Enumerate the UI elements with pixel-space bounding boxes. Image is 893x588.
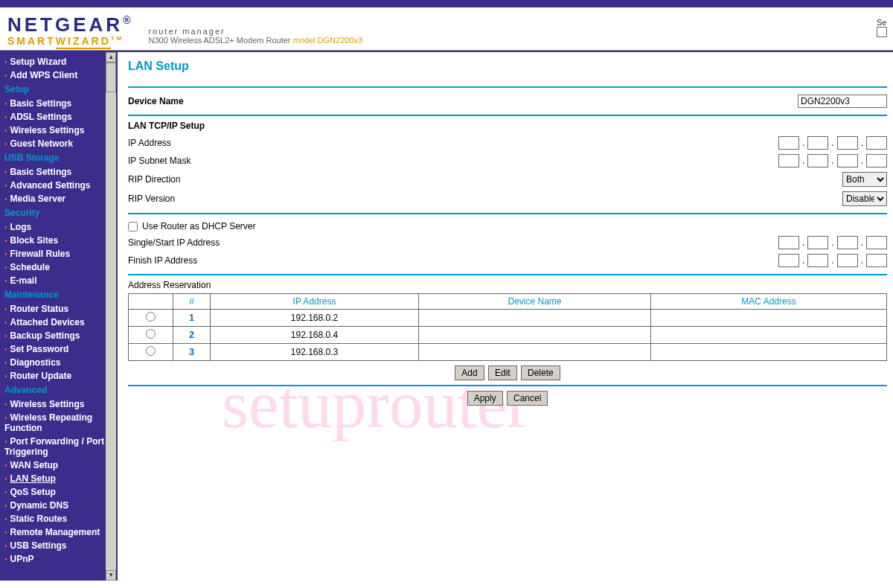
nav-item[interactable]: •Router Status [3,302,106,316]
row-device-name [419,310,651,327]
start-ip-octet-2[interactable] [807,236,828,249]
divider [128,115,887,116]
nav-item[interactable]: •Basic Settings [3,97,106,110]
nav-item[interactable]: •QoS Setup [3,485,106,499]
start-ip-octet-1[interactable] [778,236,799,249]
rip-direction-select[interactable]: Both [842,172,887,187]
subnet-octet-1[interactable] [778,154,799,167]
nav-item[interactable]: •USB Settings [3,539,106,552]
nav-item[interactable]: •Firewall Rules [3,247,106,261]
row-device-name [419,344,651,361]
device-name-label: Device Name [128,96,184,106]
col-index: # [173,294,211,310]
lang-select-partial[interactable] [877,27,887,37]
nav-item[interactable]: •Wireless Settings [3,124,106,137]
nav-item[interactable]: •Basic Settings [3,165,106,179]
nav-item[interactable]: •Router Update [3,369,106,383]
bullet-icon: • [4,555,7,563]
nav-item[interactable]: •Diagnostics [3,356,106,369]
start-ip-octet-4[interactable] [866,236,887,249]
nav-item[interactable]: •Remote Management [3,525,106,539]
add-button[interactable]: Add [455,365,484,380]
nav-item[interactable]: •Static Routes [3,512,106,525]
device-name-input[interactable] [798,95,887,108]
bullet-icon: • [4,475,7,483]
bullet-icon: • [4,250,7,258]
dhcp-checkbox[interactable] [128,222,138,231]
bullet-icon: • [4,277,7,285]
bullet-icon: • [4,461,7,470]
nav-item[interactable]: •Wireless Repeating Function [3,411,106,435]
ip-octet-2[interactable] [807,136,828,150]
scroll-thumb[interactable] [106,63,116,92]
bullet-icon: • [4,345,7,354]
finish-ip-octet-3[interactable] [837,254,858,267]
bullet-icon: • [4,127,7,135]
nav-item[interactable]: •UPnP [3,552,106,566]
nav-item[interactable]: •Port Forwarding / Port Triggering [3,435,106,458]
scroll-down-icon[interactable]: ▼ [106,570,116,581]
finish-ip-row: Finish IP Address . . . [128,252,887,269]
finish-ip-octet-1[interactable] [778,254,799,267]
sidebar-wrapper: •Setup Wizard•Add WPS ClientSetup•Basic … [0,52,118,581]
subnet-octet-2[interactable] [807,154,828,167]
row-index: 1 [173,310,211,327]
finish-ip-label: Finish IP Address [128,255,197,266]
ip-octet-1[interactable] [778,136,799,150]
nav-item[interactable]: •Media Server [3,192,106,205]
nav-item[interactable]: •Logs [3,220,106,234]
row-mac [651,327,887,344]
nav-item[interactable]: •ADSL Settings [3,110,106,124]
subnet-fields: . . . [778,154,887,167]
start-ip-row: Single/Start IP Address . . . [128,234,887,252]
nav-item[interactable]: •Wireless Settings [3,397,106,411]
nav-item[interactable]: •Advanced Settings [3,179,106,192]
delete-button[interactable]: Delete [521,365,560,380]
table-row: 2192.168.0.4 [129,327,887,344]
sidebar-scrollbar[interactable]: ▲ ▼ [106,52,116,581]
finish-ip-fields: . . . [778,254,887,267]
nav-item[interactable]: •Add WPS Client [3,68,106,82]
nav-item[interactable]: •Set Password [3,342,106,356]
subnet-octet-4[interactable] [866,154,887,167]
col-mac: MAC Address [651,294,887,310]
page-title: LAN Setup [128,60,887,73]
nav-item[interactable]: •Dynamic DNS [3,499,106,512]
apply-button[interactable]: Apply [467,391,503,406]
rip-direction-row: RIP Direction Both [128,170,887,189]
nav-item[interactable]: •Block Sites [3,234,106,247]
nav-item[interactable]: •WAN Setup [3,458,106,472]
header-title: router manager [148,27,362,36]
dhcp-label: Use Router as DHCP Server [142,221,256,231]
nav-item[interactable]: •Backup Settings [3,329,106,342]
col-select [129,294,173,310]
nav-item[interactable]: •Guest Network [3,137,106,150]
top-bar [0,0,893,7]
finish-ip-octet-4[interactable] [866,254,887,267]
row-radio[interactable] [146,346,156,356]
nav-section-title: USB Storage [3,150,106,165]
nav-item[interactable]: •LAN Setup [3,472,106,485]
row-radio[interactable] [146,329,156,339]
subnet-octet-3[interactable] [837,154,858,167]
reservation-title: Address Reservation [128,280,887,290]
edit-button[interactable]: Edit [488,365,517,380]
nav-section-title: Advanced [3,383,106,397]
start-ip-octet-3[interactable] [837,236,858,249]
bullet-icon: • [4,168,7,176]
row-radio[interactable] [146,312,156,322]
nav-item[interactable]: •Attached Devices [3,316,106,329]
start-ip-label: Single/Start IP Address [128,237,220,248]
finish-ip-octet-2[interactable] [807,254,828,267]
dhcp-row: Use Router as DHCP Server [128,219,887,234]
ip-octet-4[interactable] [866,136,887,150]
rip-version-select[interactable]: Disable [842,191,887,206]
nav-item[interactable]: •E-mail [3,274,106,287]
cancel-button[interactable]: Cancel [507,391,548,406]
nav-item[interactable]: •Schedule [3,261,106,274]
nav-item[interactable]: •Setup Wizard [3,55,106,68]
device-name-row: Device Name [128,92,887,110]
ip-octet-3[interactable] [837,136,858,150]
rip-version-row: RIP Version Disable [128,189,887,208]
scroll-up-icon[interactable]: ▲ [106,52,116,63]
